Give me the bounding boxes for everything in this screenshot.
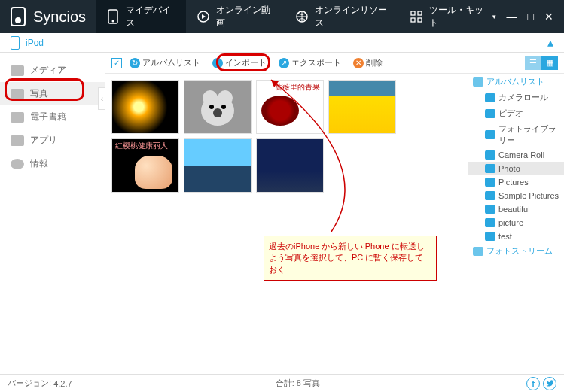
tree-item[interactable]: picture [468, 216, 564, 229]
view-list-button[interactable]: ☰ [525, 56, 541, 70]
sidebar-label: メディア [30, 64, 66, 77]
nav-label: ツール・キット [429, 4, 486, 29]
device-bar: iPod ▴ [0, 33, 564, 53]
tree-item[interactable]: Camera Roll [468, 148, 564, 162]
select-all-checkbox[interactable]: ✓ [111, 58, 122, 68]
tree-header-albumlist[interactable]: アルバムリスト [468, 74, 564, 90]
facebook-button[interactable]: f [526, 377, 540, 390]
app-name: Syncios [33, 8, 86, 26]
view-grid-button[interactable]: ▦ [541, 56, 558, 70]
photo-thumb[interactable] [328, 80, 396, 134]
tree-label: フォトライブラリー [498, 123, 559, 146]
count-label: 合計: [276, 378, 294, 387]
photo-thumb[interactable] [184, 138, 252, 193]
sidebar-item-photos[interactable]: 写真 [0, 82, 105, 105]
main-nav: マイデバイス オンライン動画 オンラインリソース ツール・キット ▾ [96, 0, 507, 33]
photo-thumb[interactable]: 红樱桃健康丽人 [111, 138, 179, 193]
sidebar-item-info[interactable]: 情報 [0, 152, 105, 175]
info-icon [11, 159, 24, 169]
svg-rect-4 [411, 11, 415, 15]
photo-thumb[interactable] [111, 80, 179, 134]
maximize-button[interactable]: □ [528, 11, 534, 23]
btn-label: インポート [225, 57, 267, 68]
photo-thumb[interactable] [184, 80, 252, 134]
version-label: バージョン: [8, 378, 51, 389]
export-button[interactable]: ↗エクスポート [274, 56, 346, 70]
media-icon [11, 65, 24, 76]
sidebar-item-ebooks[interactable]: 電子書籍 [0, 105, 105, 129]
nav-toolkit[interactable]: ツール・キット ▾ [399, 0, 506, 33]
tree-label: アルバムリスト [486, 76, 544, 87]
tree-item[interactable]: ビデオ [468, 105, 564, 121]
photo-thumb[interactable] [256, 138, 324, 193]
tree-label: フォトストリーム [486, 245, 553, 257]
tree-item[interactable]: beautiful [468, 202, 564, 216]
tree-label: test [498, 232, 512, 241]
tree-item[interactable]: フォトライブラリー [468, 121, 564, 148]
sidebar-item-media[interactable]: メディア [0, 59, 105, 82]
delete-button[interactable]: ✕削除 [349, 56, 387, 70]
view-toggle: ☰ ▦ [525, 56, 558, 70]
toolbar: ✓ ↻アルバムリスト ↓インポート ↗エクスポート ✕削除 ☰ ▦ [105, 53, 564, 74]
nav-online-video[interactable]: オンライン動画 [186, 0, 284, 33]
svg-rect-6 [411, 18, 415, 22]
tree-item[interactable]: Sample Pictures [468, 189, 564, 202]
thumb-caption: 蔷薇里的青果 [275, 82, 320, 93]
globe-icon [295, 10, 309, 23]
photo-thumb[interactable]: 蔷薇里的青果 [256, 80, 324, 134]
folder-icon [473, 77, 483, 87]
sidebar-item-apps[interactable]: アプリ [0, 129, 105, 152]
svg-rect-5 [418, 11, 422, 15]
tree-item[interactable]: Photo [468, 162, 564, 175]
toolkit-icon [410, 10, 423, 23]
folder-icon [473, 247, 483, 256]
import-button[interactable]: ↓インポート [208, 56, 271, 70]
tree-label: Photo [498, 164, 520, 173]
device-collapse-icon[interactable]: ▴ [547, 35, 553, 50]
nav-my-device[interactable]: マイデバイス [96, 0, 186, 33]
album-tree: アルバムリスト カメラロール ビデオ フォトライブラリー Camera Roll… [468, 74, 564, 374]
apps-icon [11, 135, 24, 146]
close-button[interactable]: ✕ [544, 11, 553, 23]
album-list-button[interactable]: ↻アルバムリスト [125, 56, 205, 70]
svg-rect-7 [418, 18, 422, 22]
sidebar-collapse-button[interactable]: ‹ [98, 87, 105, 110]
tree-label: Sample Pictures [498, 191, 559, 200]
svg-point-9 [203, 90, 218, 105]
count-value: 8 写真 [297, 378, 320, 387]
tree-header-photostream[interactable]: フォトストリーム [468, 243, 564, 259]
app-logo: Syncios [0, 7, 96, 26]
minimize-button[interactable]: — [507, 11, 517, 23]
ebook-icon [11, 112, 24, 123]
delete-icon: ✕ [353, 58, 364, 68]
tree-label: picture [498, 218, 523, 227]
svg-point-11 [213, 108, 222, 117]
album-icon [485, 164, 495, 173]
album-icon [485, 218, 495, 227]
twitter-button[interactable] [543, 377, 556, 390]
titlebar: Syncios マイデバイス オンライン動画 オンラインリソース ツール・キット… [0, 0, 564, 33]
annotation-note: 過去のiPhone から新しいiPhone に転送しよう写真を選択して、PC に… [264, 236, 437, 281]
version-value: 4.2.7 [53, 379, 72, 388]
tree-item[interactable]: test [468, 229, 564, 243]
svg-point-12 [209, 105, 214, 109]
tree-label: Camera Roll [498, 150, 544, 160]
nav-label: オンライン動画 [216, 4, 273, 29]
svg-point-13 [221, 105, 226, 109]
album-icon [485, 205, 495, 214]
album-icon [485, 150, 495, 160]
album-icon [485, 109, 495, 118]
nav-online-resource[interactable]: オンラインリソース [285, 0, 400, 33]
sidebar-label: アプリ [30, 134, 57, 147]
window-controls: — □ ✕ [507, 11, 564, 23]
tree-label: カメラロール [498, 92, 548, 103]
export-icon: ↗ [279, 58, 289, 68]
svg-point-1 [112, 20, 114, 23]
album-icon [485, 93, 495, 102]
album-icon [485, 191, 495, 200]
import-icon: ↓ [212, 58, 223, 68]
tree-item[interactable]: カメラロール [468, 90, 564, 105]
tree-item[interactable]: Pictures [468, 175, 564, 189]
sidebar-label: 電子書籍 [30, 111, 66, 123]
device-icon [107, 10, 120, 23]
